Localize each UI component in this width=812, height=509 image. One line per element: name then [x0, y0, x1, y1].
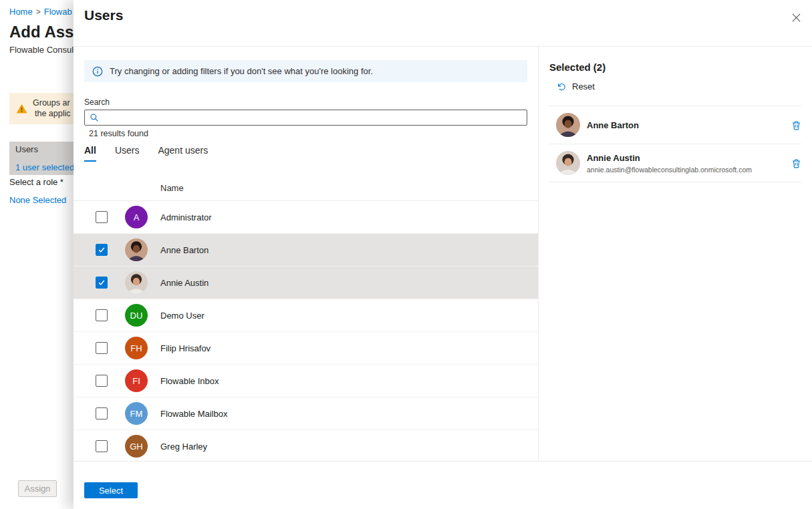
table-row[interactable]: AAdministrator — [74, 201, 538, 234]
users-field: Users 1 user selected — [9, 142, 74, 175]
avatar-initials: A — [125, 206, 148, 228]
person-photo — [556, 113, 580, 137]
table-row[interactable]: GHGreg Harley — [74, 430, 538, 461]
search-icon — [90, 113, 99, 122]
users-field-label: Users — [15, 144, 74, 154]
table-row[interactable]: Annie Austin — [74, 267, 538, 299]
breadcrumb-current-link[interactable]: Flowab — [44, 7, 72, 17]
breadcrumb-separator: > — [36, 7, 41, 17]
info-message: Try changing or adding filters if you do… — [110, 66, 373, 76]
panel-header: Users — [74, 0, 812, 47]
row-checkbox[interactable] — [96, 211, 108, 223]
row-checkbox[interactable] — [96, 375, 108, 387]
close-button[interactable] — [789, 10, 803, 25]
row-name: Greg Harley — [160, 442, 207, 452]
row-checkbox[interactable] — [96, 244, 108, 256]
close-icon — [792, 13, 801, 22]
panel-title: Users — [84, 7, 123, 23]
panel-footer: Select — [74, 461, 812, 509]
assign-button[interactable]: Assign — [18, 480, 57, 497]
row-name: Flowable Inbox — [160, 376, 219, 386]
users-panel: Users Try changing or adding filters if … — [74, 0, 812, 509]
users-selected-link[interactable]: 1 user selected — [15, 162, 74, 172]
avatar-photo — [125, 271, 148, 294]
selected-column: Selected (2) Reset Anne BartonAnnie Aust… — [538, 47, 812, 461]
selected-item-info: Annie Austinannie.austin@flowableconsult… — [587, 153, 752, 174]
warning-text: Groups ar the applic — [33, 98, 71, 119]
person-photo — [125, 238, 148, 261]
warning-icon — [16, 98, 27, 119]
avatar-initials: FM — [125, 402, 148, 425]
selected-item-name: Anne Barton — [587, 120, 639, 130]
row-name: Administrator — [160, 212, 212, 222]
person-photo — [556, 151, 580, 175]
delete-button[interactable] — [790, 157, 801, 170]
row-checkbox[interactable] — [96, 277, 108, 289]
table-row[interactable]: FMFlowable Mailbox — [74, 397, 538, 430]
search-label: Search — [84, 98, 527, 107]
avatar-initials: GH — [125, 435, 148, 458]
table-header: Name — [74, 162, 538, 201]
tab-list: AllUsersAgent users — [84, 145, 527, 162]
name-column-header: Name — [160, 183, 184, 193]
avatar-photo — [125, 238, 148, 261]
selected-item-email: annie.austin@flowableconsultinglab.onmic… — [587, 166, 752, 174]
background-page: Home>Flowab Add Ass Flowable Consul Grou… — [0, 0, 74, 509]
trash-icon — [791, 158, 801, 168]
row-checkbox[interactable] — [96, 309, 108, 321]
selected-list: Anne BartonAnnie Austinannie.austin@flow… — [549, 106, 801, 182]
row-name: Anne Barton — [160, 245, 209, 255]
selected-item-name: Annie Austin — [587, 153, 752, 163]
breadcrumb-home-link[interactable]: Home — [9, 7, 33, 17]
table-row[interactable]: FIFlowable Inbox — [74, 365, 538, 397]
row-name: Flowable Mailbox — [160, 409, 227, 419]
selected-item-info: Anne Barton — [587, 120, 639, 130]
checkmark-icon — [98, 246, 106, 254]
row-checkbox[interactable] — [96, 407, 108, 419]
search-box[interactable] — [84, 110, 527, 126]
avatar-photo — [556, 151, 580, 175]
table-row[interactable]: Anne Barton — [74, 234, 538, 267]
role-field-label: Select a role * — [9, 177, 63, 187]
user-list-column: Try changing or adding filters if you do… — [74, 47, 538, 461]
avatar-initials: FI — [125, 369, 148, 392]
selected-item: Annie Austinannie.austin@flowableconsult… — [549, 144, 801, 182]
page-title: Add Ass — [9, 23, 74, 41]
undo-icon — [557, 82, 566, 92]
breadcrumb: Home>Flowab — [9, 7, 72, 17]
warning-banner: Groups ar the applic — [9, 93, 74, 124]
delete-button[interactable] — [790, 119, 801, 132]
row-name: Demo User — [160, 311, 205, 321]
user-table-body: AAdministratorAnne BartonAnnie AustinDUD… — [74, 201, 538, 461]
avatar-initials: FH — [125, 337, 148, 359]
results-count: 21 results found — [84, 129, 527, 138]
row-name: Filip Hrisafov — [160, 343, 211, 353]
info-icon — [92, 66, 103, 77]
reset-label: Reset — [572, 81, 595, 92]
search-input[interactable] — [103, 110, 522, 125]
row-checkbox[interactable] — [96, 440, 108, 452]
selected-item: Anne Barton — [549, 106, 801, 144]
table-row[interactable]: DUDemo User — [74, 299, 538, 332]
row-name: Annie Austin — [160, 278, 209, 288]
table-row[interactable]: FHFilip Hrisafov — [74, 332, 538, 365]
page-subtitle: Flowable Consul — [9, 45, 74, 55]
selected-title: Selected (2) — [549, 61, 801, 73]
role-selected-link[interactable]: None Selected — [9, 195, 66, 205]
tab-all[interactable]: All — [84, 145, 96, 162]
avatar-photo — [556, 113, 580, 137]
checkmark-icon — [98, 279, 106, 287]
avatar-initials: DU — [125, 304, 148, 327]
trash-icon — [791, 120, 801, 130]
tab-agent-users[interactable]: Agent users — [158, 145, 208, 162]
person-photo — [125, 271, 148, 294]
tab-users[interactable]: Users — [115, 145, 140, 162]
reset-button[interactable]: Reset — [557, 81, 595, 92]
row-checkbox[interactable] — [96, 342, 108, 354]
info-banner: Try changing or adding filters if you do… — [84, 60, 527, 82]
select-button[interactable]: Select — [84, 482, 138, 498]
